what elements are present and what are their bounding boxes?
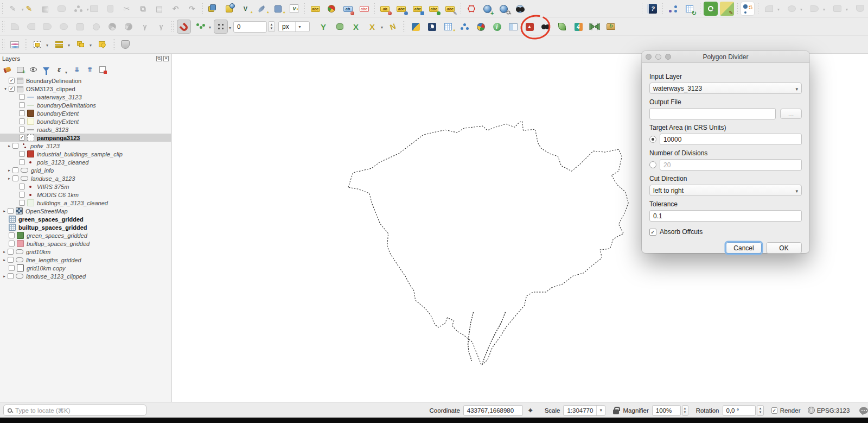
- topology-checker-icon[interactable]: [666, 2, 680, 16]
- paste-features-icon[interactable]: ▤: [152, 2, 167, 16]
- graph-tool-icon[interactable]: [457, 20, 471, 34]
- lock-icon[interactable]: [613, 409, 618, 414]
- layer-row[interactable]: ▸ grid10km: [0, 248, 171, 256]
- layer-checkbox[interactable]: [19, 94, 25, 100]
- avoid-overlap-icon[interactable]: X▾: [365, 20, 379, 34]
- enable-snapping-magnet-icon[interactable]: [177, 20, 191, 34]
- circular-string-1-icon[interactable]: ▾: [762, 2, 776, 16]
- layer-row[interactable]: builtup_spaces_gridded: [0, 239, 171, 248]
- layer-checkbox[interactable]: [19, 192, 25, 198]
- crs-globe-icon[interactable]: [808, 407, 814, 414]
- layer-checkbox[interactable]: [9, 232, 15, 238]
- diagram-pie-icon[interactable]: [324, 2, 339, 16]
- shape-tool-2-icon[interactable]: [24, 20, 38, 34]
- toolbar-grip[interactable]: [403, 21, 406, 33]
- copy-features-icon[interactable]: ⧉: [136, 2, 150, 16]
- circular-string-5-icon[interactable]: ▾: [853, 2, 867, 16]
- messages-icon[interactable]: [859, 407, 868, 414]
- help-icon[interactable]: ?: [645, 2, 659, 16]
- open-layer-styling-icon[interactable]: [2, 65, 12, 74]
- toolbar-grip[interactable]: [460, 3, 462, 15]
- polygon-divider-icon[interactable]: [588, 20, 602, 34]
- create-grid-icon[interactable]: *: [441, 20, 455, 34]
- label-abc-icon[interactable]: abc: [308, 2, 322, 16]
- layer-checkbox[interactable]: [8, 208, 14, 214]
- processing-swirl-icon[interactable]: [474, 20, 488, 34]
- toolbar-grip[interactable]: [112, 39, 116, 50]
- rotation-stepper[interactable]: ▲▼: [757, 405, 763, 416]
- layer-row[interactable]: ▸ line_lengths_gridded: [0, 256, 171, 264]
- toolbar-grip[interactable]: [24, 39, 28, 50]
- target-area-field[interactable]: 10000: [660, 134, 802, 145]
- snap-tolerance-spinbox[interactable]: 0: [233, 21, 267, 33]
- layer-row[interactable]: green_spaces_gridded: [0, 215, 171, 223]
- new-shapefile-layer-icon[interactable]: V*: [287, 2, 301, 16]
- snap-vertex-config-icon[interactable]: ▾: [193, 20, 207, 34]
- quickmapservices-icon[interactable]: [555, 20, 569, 34]
- topological-editing-icon[interactable]: Y: [316, 20, 330, 34]
- cut-direction-combo[interactable]: left to right ▾: [649, 185, 802, 196]
- layer-checkbox[interactable]: [19, 102, 25, 108]
- osm-editor-icon[interactable]: ✎: [720, 2, 734, 16]
- layer-row[interactable]: ✓ BoundaryDelineation: [0, 77, 171, 85]
- layer-row[interactable]: pois_3123_cleaned: [0, 158, 171, 166]
- browse-button[interactable]: …: [780, 109, 802, 119]
- shape-tool-7-icon[interactable]: [105, 20, 119, 34]
- layer-row[interactable]: green_spaces_gridded: [0, 231, 171, 239]
- toolbar-grip[interactable]: [2, 39, 5, 50]
- new-hexagon-icon[interactable]: [464, 2, 478, 16]
- firemap-plugin-icon[interactable]: ▲: [522, 20, 537, 34]
- close-panel-icon[interactable]: ✕: [163, 56, 169, 61]
- layer-row[interactable]: boundaryExtent: [0, 117, 171, 125]
- expander-icon[interactable]: ▸: [6, 168, 12, 173]
- layer-checkbox[interactable]: [19, 151, 25, 157]
- add-group-icon[interactable]: [15, 65, 25, 74]
- shape-tool-3-icon[interactable]: [40, 20, 54, 34]
- load-them-all-icon[interactable]: [604, 20, 618, 34]
- add-mssql-layer-icon[interactable]: *: [271, 2, 285, 16]
- expander-icon[interactable]: ▸: [1, 258, 8, 262]
- time-manager-icon[interactable]: [425, 20, 439, 34]
- shape-tool-6-icon[interactable]: [89, 20, 103, 34]
- toolbar-grip[interactable]: [641, 3, 643, 15]
- layer-row[interactable]: boundaryDelimitations: [0, 101, 171, 109]
- layer-row[interactable]: ▸ landuse_3123_clipped: [0, 272, 171, 280]
- expander-icon[interactable]: ▾: [2, 87, 9, 91]
- current-edits-icon[interactable]: ✎▾: [6, 2, 20, 16]
- circular-string-4-icon[interactable]: ▾: [830, 2, 844, 16]
- shape-tool-9-icon[interactable]: γ: [138, 20, 152, 34]
- enable-tracing-icon[interactable]: [333, 20, 347, 34]
- circular-string-3-icon[interactable]: ▾: [807, 2, 821, 16]
- layer-row[interactable]: builtup_spaces_gridded: [0, 223, 171, 231]
- layer-row[interactable]: ▸ grid_info: [0, 166, 171, 174]
- vertex-tool-icon[interactable]: ▾: [71, 2, 85, 16]
- snap-intersection-icon[interactable]: X: [349, 20, 363, 34]
- label-no-icon[interactable]: abc: [357, 2, 371, 16]
- layer-row[interactable]: ▸ landuse_a_3123: [0, 174, 171, 182]
- layer-row[interactable]: MODIS C6 1km: [0, 191, 171, 199]
- add-wfs-search-icon[interactable]: [497, 2, 511, 16]
- move-label-icon[interactable]: abc: [411, 2, 425, 16]
- layer-row[interactable]: ▾ ✓ OSM3123_clipped: [0, 85, 171, 93]
- layer-checkbox[interactable]: ✓: [9, 78, 15, 84]
- locator-input[interactable]: [15, 407, 129, 414]
- divisions-field[interactable]: 20: [660, 159, 802, 171]
- shape-tool-8-icon[interactable]: [122, 20, 136, 34]
- map-swipe-icon[interactable]: [506, 20, 520, 34]
- snap-all-layers-icon[interactable]: ▾: [214, 20, 228, 34]
- cut-features-icon[interactable]: ✂: [120, 2, 134, 16]
- toolbar-grip[interactable]: [171, 21, 174, 33]
- layer-row[interactable]: ▸ pofw_3123: [0, 142, 171, 150]
- expand-all-icon[interactable]: ⇊: [72, 65, 81, 74]
- remove-layer-icon[interactable]: [98, 65, 107, 74]
- layer-checkbox[interactable]: [8, 273, 14, 279]
- shape-tool-1-icon[interactable]: [8, 20, 22, 34]
- layer-checkbox[interactable]: [19, 118, 25, 124]
- float-panel-icon[interactable]: ⧉: [156, 56, 162, 61]
- layer-row[interactable]: roads_3123: [0, 125, 171, 134]
- magnifier-stepper[interactable]: ▲▼: [682, 405, 688, 416]
- manage-map-themes-icon[interactable]: [28, 65, 38, 74]
- toolbar-grip[interactable]: [202, 3, 203, 15]
- toolbar-grip[interactable]: [2, 3, 3, 15]
- shape-tool-10-icon[interactable]: γ: [154, 20, 168, 34]
